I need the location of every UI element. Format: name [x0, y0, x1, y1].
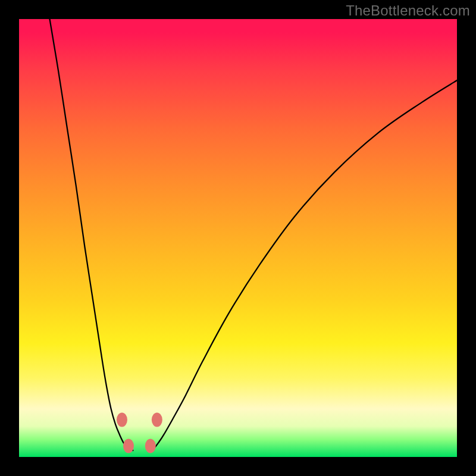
curves-layer	[19, 19, 457, 457]
watermark-text: TheBottleneck.com	[346, 2, 470, 19]
bottleneck-curve-left	[50, 19, 133, 450]
marker-right-lower	[145, 439, 156, 453]
marker-dots	[117, 412, 162, 453]
chart-frame: TheBottleneck.com	[0, 0, 476, 476]
marker-right-upper	[152, 412, 162, 427]
bottleneck-curve-right	[151, 80, 457, 450]
marker-left-lower	[123, 439, 134, 453]
plot-area	[19, 19, 457, 457]
marker-left-upper	[117, 412, 127, 427]
